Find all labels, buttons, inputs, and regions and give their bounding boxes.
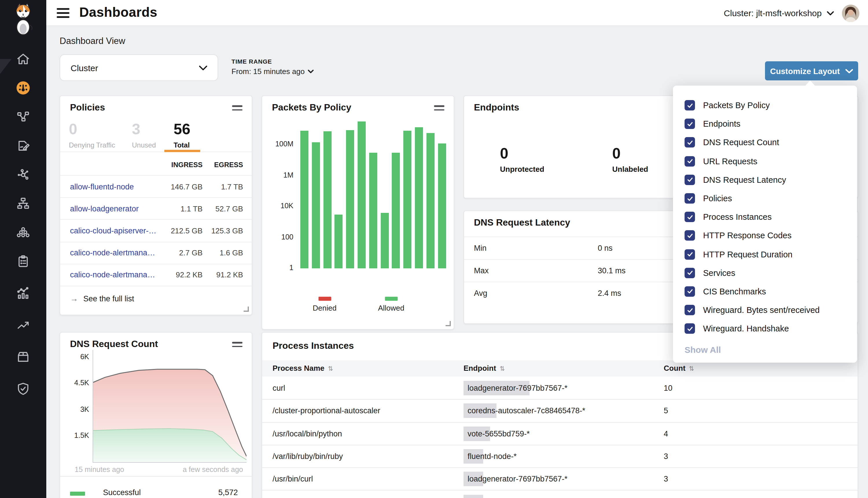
- chevron-down-icon: [846, 68, 853, 73]
- menu-item[interactable]: CIS Benchmarks: [673, 282, 857, 301]
- sort-icon[interactable]: ⇅: [328, 365, 333, 372]
- menu-item[interactable]: Endpoints: [673, 115, 857, 133]
- checkbox-checked-icon[interactable]: [685, 100, 695, 110]
- menu-item[interactable]: HTTP Request Duration: [673, 245, 857, 263]
- menu-item[interactable]: Packets By Policy: [673, 96, 857, 115]
- checkbox-checked-icon[interactable]: [685, 156, 695, 166]
- y-tick-label: 6K: [64, 353, 89, 361]
- policy-link[interactable]: calico-node-alertmana…: [70, 248, 155, 257]
- process-name: /usr/local/bin/python: [273, 429, 342, 438]
- trend-up-icon: [16, 317, 31, 332]
- cluster-selector[interactable]: Cluster: jlt-msft-workshop: [724, 8, 834, 18]
- menu-item[interactable]: Policies: [673, 189, 857, 208]
- menu-item[interactable]: DNS Request Count: [673, 133, 857, 152]
- column-process-name[interactable]: Process Name⇅: [273, 364, 333, 372]
- column-endpoint[interactable]: Endpoint⇅: [464, 364, 505, 372]
- sidebar-item-reports[interactable]: [12, 282, 35, 305]
- sort-icon[interactable]: ⇅: [689, 365, 694, 372]
- package-icon: [16, 349, 31, 364]
- sidebar-item-dashboards[interactable]: [12, 76, 35, 100]
- endpoint-cell: loadgenerator-7697bb7567-*: [464, 468, 672, 490]
- menu-item-label: Wireguard. Bytes sent/received: [703, 305, 820, 315]
- checkbox-checked-icon[interactable]: [685, 193, 695, 204]
- checkbox-checked-icon[interactable]: [685, 137, 695, 148]
- y-tick-label: 4.5K: [64, 379, 89, 387]
- card-title: DNS Request Latency: [474, 218, 570, 228]
- bar-value: [335, 214, 343, 268]
- dns-request-count-card: DNS Request Count 6K4.5K3K1.5K 15 minute…: [60, 332, 252, 498]
- menu-item-label: CIS Benchmarks: [703, 287, 766, 296]
- bar-value: [438, 144, 446, 268]
- checkbox-checked-icon[interactable]: [685, 324, 695, 334]
- endpoint-name: vote-5655bd759-*: [468, 429, 530, 438]
- menu-item[interactable]: DNS Request Latency: [673, 171, 857, 189]
- checkbox-checked-icon[interactable]: [685, 249, 695, 259]
- divider: [60, 476, 252, 476]
- sort-icon[interactable]: ⇅: [500, 365, 505, 372]
- dashboards-gauge-icon: [16, 80, 31, 95]
- sidebar-item-network-sets[interactable]: [12, 192, 35, 215]
- menu-item[interactable]: Process Instances: [673, 208, 857, 226]
- checkbox-checked-icon[interactable]: [685, 268, 695, 278]
- menu-item-label: Process Instances: [703, 212, 772, 222]
- sidebar-item-service-graph[interactable]: [12, 163, 35, 186]
- policy-link[interactable]: allow-loadgenerator: [70, 205, 139, 213]
- checkbox-checked-icon[interactable]: [685, 212, 695, 222]
- customize-menu-list: Packets By PolicyEndpointsDNS Request Co…: [673, 96, 857, 338]
- sidebar-item-compliance[interactable]: [12, 250, 35, 273]
- column-count[interactable]: Count⇅: [664, 364, 695, 372]
- menu-item[interactable]: Services: [673, 263, 857, 282]
- legend-swatch: [385, 297, 398, 301]
- sidebar-item-network-policy[interactable]: [12, 105, 35, 128]
- checkbox-checked-icon[interactable]: [685, 286, 695, 297]
- page-title: Dashboards: [79, 5, 157, 20]
- process-table-row: curlloadgenerator-7697bb7567-*10: [262, 377, 858, 399]
- menu-item[interactable]: Wireguard. Bytes sent/received: [673, 301, 857, 319]
- checkbox-checked-icon[interactable]: [685, 119, 695, 129]
- drag-handle-icon[interactable]: [232, 105, 243, 113]
- y-tick-label: 100M: [264, 140, 294, 148]
- y-tick-label: 3K: [64, 405, 89, 413]
- process-table-header: Process Name⇅ Endpoint⇅ Count⇅: [262, 361, 858, 377]
- menu-item-label: HTTP Response Codes: [703, 231, 792, 240]
- resize-handle[interactable]: [445, 321, 451, 326]
- user-avatar[interactable]: [842, 4, 859, 22]
- checkbox-checked-icon[interactable]: [685, 305, 695, 315]
- packets-by-policy-card: Packets By Policy 100M1M10K1001 DeniedAl…: [261, 95, 454, 330]
- process-name: /usr/bin/curl: [273, 475, 313, 484]
- y-tick-label: 1.5K: [64, 432, 89, 440]
- sidebar-item-policies[interactable]: [12, 134, 35, 157]
- policy-link[interactable]: calico-cloud-apiserver-…: [70, 226, 157, 235]
- process-table-row: /var/lib/ruby/bin/rubyfluentd-node-*3: [262, 445, 858, 468]
- show-all-button[interactable]: Show All: [685, 345, 721, 355]
- endpoint-name: fluentd-node-*: [468, 452, 517, 461]
- time-range-value[interactable]: From: 15 minutes ago: [232, 67, 314, 76]
- legend-label: Denied: [313, 304, 337, 312]
- stat-unused: 3Unused: [132, 120, 156, 149]
- time-range-label: TIME RANGE: [232, 58, 314, 65]
- sidebar-item-threat-defense[interactable]: [12, 377, 35, 400]
- sidebar-item-image-assurance[interactable]: [12, 345, 35, 368]
- y-tick-label: 100: [264, 233, 294, 241]
- stat-unlabeled: 0Unlabeled: [612, 145, 648, 173]
- policies-footer: → See the full list: [60, 286, 252, 309]
- sidebar-item-trends[interactable]: [12, 314, 35, 337]
- checkbox-checked-icon[interactable]: [685, 175, 695, 185]
- sidebar-decal: [0, 59, 12, 74]
- policy-link[interactable]: calico-node-alertmana…: [70, 271, 155, 279]
- policy-ingress-value: 212.5 GB: [171, 226, 203, 235]
- menu-item[interactable]: URL Requests: [673, 152, 857, 170]
- policy-link[interactable]: allow-fluentd-node: [70, 182, 134, 191]
- policy-ingress-value: 1.1 TB: [181, 205, 203, 213]
- sidebar-item-clusters[interactable]: [12, 221, 35, 244]
- checkbox-checked-icon[interactable]: [685, 231, 695, 241]
- menu-item[interactable]: Wireguard. Handshake: [673, 319, 857, 338]
- menu-item[interactable]: HTTP Response Codes: [673, 226, 857, 245]
- resize-handle[interactable]: [244, 306, 249, 312]
- customize-layout-button[interactable]: Customize Layout: [765, 61, 858, 80]
- sidebar-item-home[interactable]: [12, 48, 35, 70]
- menu-hamburger-icon[interactable]: [57, 8, 69, 18]
- see-full-list-link[interactable]: → See the full list: [70, 294, 134, 303]
- bar-value: [312, 143, 320, 268]
- dashboard-view-select[interactable]: Cluster: [60, 54, 218, 81]
